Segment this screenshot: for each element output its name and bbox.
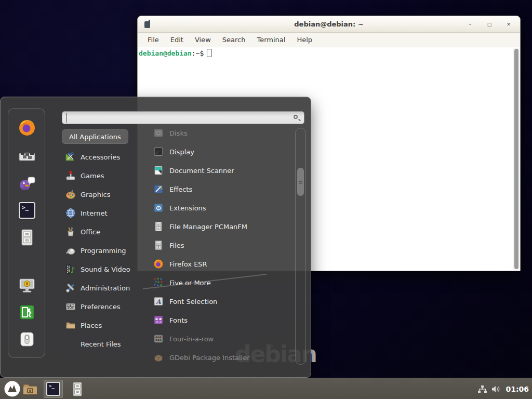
- taskbar: >_ 01:06: [0, 378, 532, 399]
- app-files[interactable]: Files: [138, 236, 294, 255]
- category-internet[interactable]: Internet: [62, 204, 140, 222]
- prompt-path: :~$: [192, 49, 204, 57]
- app-gdebi-package-installer[interactable]: GDebi Package Installer: [138, 348, 294, 367]
- app-fonts[interactable]: a a a a Fonts: [138, 311, 294, 329]
- category-administration[interactable]: Administration: [62, 278, 140, 297]
- shut-down-button[interactable]: [17, 329, 37, 349]
- pidgin-icon: [18, 174, 36, 193]
- document-scanner-icon: [153, 165, 164, 176]
- category-accessories[interactable]: Accessories: [62, 148, 140, 166]
- favorites-rail: >_: [8, 108, 45, 358]
- app-extensions[interactable]: ⚙ Extensions: [138, 198, 294, 217]
- menu-terminal[interactable]: Terminal: [251, 34, 291, 45]
- favorite-pidgin[interactable]: [17, 174, 37, 193]
- application-list: Disks Display Document Scanner: [138, 124, 294, 367]
- log-out-button[interactable]: [17, 302, 37, 322]
- control-center-icon: [18, 147, 36, 165]
- prompt-user-host: debian@debian: [139, 49, 192, 57]
- menu-file[interactable]: File: [142, 34, 165, 45]
- taskbar-file-cabinet[interactable]: [71, 382, 84, 398]
- menu-search[interactable]: Search: [217, 34, 251, 45]
- terminal-titlebar[interactable]: debian@debian: ~ – □ ✕: [138, 16, 520, 33]
- terminal-app-icon: [144, 21, 150, 28]
- shut-down-icon: [18, 330, 36, 349]
- app-label: Five or More: [169, 279, 211, 287]
- app-label: Display: [169, 148, 194, 156]
- preferences-icon: [65, 301, 76, 312]
- terminal-scrollbar[interactable]: [513, 48, 520, 270]
- volume-icon[interactable]: [491, 385, 501, 393]
- favorite-firefox[interactable]: [17, 118, 37, 138]
- app-label: Fonts: [169, 316, 188, 324]
- menu-edit[interactable]: Edit: [165, 34, 189, 45]
- accessories-icon: [65, 151, 76, 163]
- gdebi-icon: [153, 352, 164, 363]
- taskbar-clock[interactable]: 01:06: [506, 385, 529, 393]
- category-label: Preferences: [81, 303, 120, 311]
- app-label: Document Scanner: [169, 167, 234, 175]
- network-icon[interactable]: [478, 385, 487, 393]
- svg-text:⚙: ⚙: [155, 204, 162, 212]
- fonts-icon: a a a a: [153, 315, 164, 325]
- app-label: Firefox ESR: [169, 260, 207, 268]
- menu-scrollbar-thumb[interactable]: [297, 168, 304, 196]
- category-preferences[interactable]: Preferences: [62, 297, 140, 316]
- category-office[interactable]: Office: [62, 222, 140, 241]
- five-or-more-icon: [153, 277, 164, 288]
- svg-text:♪: ♪: [70, 265, 75, 274]
- category-recent-files[interactable]: Recent Files: [62, 335, 140, 353]
- effects-icon: [153, 184, 164, 194]
- close-button[interactable]: ✕: [504, 20, 513, 29]
- log-out-icon: [18, 303, 36, 322]
- games-icon: [65, 170, 76, 181]
- app-effects[interactable]: Effects: [138, 180, 294, 198]
- menu-help[interactable]: Help: [291, 34, 318, 45]
- category-label: Places: [81, 322, 102, 329]
- category-games[interactable]: Games: [62, 166, 140, 185]
- minimize-button[interactable]: –: [466, 20, 474, 29]
- menu-scrollbar[interactable]: [295, 128, 306, 365]
- favorite-file-manager[interactable]: [17, 228, 37, 247]
- folder-icon: [23, 383, 37, 395]
- search-input[interactable]: [66, 113, 285, 123]
- category-label: Games: [81, 172, 104, 180]
- favorite-terminal[interactable]: >_: [17, 201, 37, 220]
- favorite-control-center[interactable]: [17, 146, 37, 166]
- app-label: Font Selection: [169, 298, 217, 305]
- app-font-selection[interactable]: A Font Selection: [138, 292, 294, 311]
- app-firefox-esr[interactable]: Firefox ESR: [138, 255, 294, 273]
- app-file-manager-pcmanfm[interactable]: File Manager PCManFM: [138, 217, 294, 236]
- category-programming[interactable]: Programming: [62, 241, 140, 260]
- sound-video-icon: ♪: [65, 263, 76, 275]
- app-document-scanner[interactable]: Document Scanner: [138, 161, 294, 180]
- svg-text:A: A: [155, 298, 161, 305]
- programming-icon: [65, 245, 76, 256]
- category-places[interactable]: Places: [62, 316, 140, 335]
- firefox-icon: [153, 259, 164, 269]
- lock-screen-button[interactable]: [17, 275, 37, 295]
- app-five-or-more[interactable]: Five or More: [138, 273, 294, 292]
- app-disks[interactable]: Disks: [138, 124, 294, 142]
- taskbar-file-manager[interactable]: [23, 383, 37, 397]
- app-label: GDebi Package Installer: [169, 354, 250, 362]
- extensions-icon: ⚙: [153, 203, 164, 213]
- terminal-scrollbar-thumb[interactable]: [514, 49, 518, 269]
- maximize-button[interactable]: □: [485, 20, 494, 29]
- taskbar-terminal-active[interactable]: >_: [44, 380, 63, 398]
- category-all-applications[interactable]: All Applications: [62, 129, 128, 144]
- category-sound-video[interactable]: ♪ Sound & Video: [62, 260, 140, 278]
- file-cabinet-icon: [153, 240, 164, 250]
- taskbar-menu-button[interactable]: [4, 381, 20, 397]
- category-graphics[interactable]: Graphics: [62, 185, 140, 204]
- app-display[interactable]: Display: [138, 142, 294, 161]
- terminal-icon: >_: [19, 202, 35, 219]
- app-four-in-a-row[interactable]: Four-in-a-row: [138, 329, 294, 348]
- menu-view[interactable]: View: [189, 34, 217, 45]
- app-label: Disks: [169, 129, 188, 137]
- file-cabinet-icon: [71, 382, 84, 396]
- disks-icon: [153, 128, 164, 138]
- category-label: Graphics: [81, 191, 110, 198]
- terminal-cursor: [207, 49, 211, 57]
- menu-search-box[interactable]: [62, 111, 304, 124]
- prompt-line: debian@debian :~$: [139, 49, 519, 57]
